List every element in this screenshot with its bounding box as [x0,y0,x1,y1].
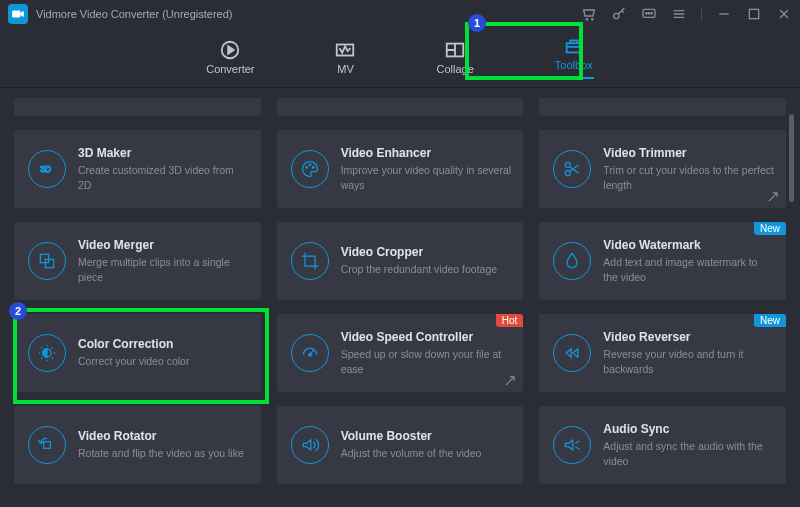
merge-icon [28,242,66,280]
svg-point-15 [309,164,311,166]
svg-text:3D: 3D [40,164,51,174]
svg-point-7 [651,13,652,14]
new-tag: New [754,314,786,327]
svg-point-3 [614,13,619,18]
converter-icon [219,41,241,59]
cart-icon[interactable] [581,6,597,22]
pin-icon [503,374,517,388]
palette-icon [291,150,329,188]
brightness-icon [28,334,66,372]
card-stub[interactable] [539,98,786,116]
card-video-speed[interactable]: Hot Video Speed Controller Speed up or s… [277,314,524,392]
card-title: Video Merger [78,238,249,252]
card-audio-sync[interactable]: Audio Sync Adjust and sync the audio wit… [539,406,786,484]
feedback-icon[interactable] [641,6,657,22]
card-desc: Rotate and flip the video as you like [78,446,249,460]
3d-icon: 3D [28,150,66,188]
card-color-correction[interactable]: Color Correction Correct your video colo… [14,314,261,392]
card-desc: Merge multiple clips into a single piece [78,255,249,283]
svg-rect-23 [44,442,51,449]
main-navbar: Converter MV Collage Toolbox [0,28,800,88]
svg-rect-20 [45,259,53,267]
rewind-icon [553,334,591,372]
card-desc: Reverse your video and turn it backwards [603,347,774,375]
maximize-icon[interactable] [746,6,762,22]
card-title: Volume Booster [341,429,512,443]
card-desc: Correct your video color [78,354,249,368]
hot-tag: Hot [496,314,524,327]
pin-icon [766,190,780,204]
card-title: Video Watermark [603,238,774,252]
active-underline [554,77,594,79]
card-video-trimmer[interactable]: Video Trimmer Trim or cut your videos to… [539,130,786,208]
card-title: Video Rotator [78,429,249,443]
card-volume-booster[interactable]: Volume Booster Adjust the volume of the … [277,406,524,484]
card-desc: Speed up or slow down your file at ease [341,347,512,375]
card-desc: Adjust and sync the audio with the video [603,439,774,467]
card-video-merger[interactable]: Video Merger Merge multiple clips into a… [14,222,261,300]
titlebar: Vidmore Video Converter (Unregistered) [0,0,800,28]
app-title: Vidmore Video Converter (Unregistered) [36,8,232,20]
card-title: Video Speed Controller [341,330,512,344]
svg-point-6 [648,13,649,14]
card-title: Video Trimmer [603,146,774,160]
gauge-icon [291,334,329,372]
mv-icon [334,41,356,59]
card-desc: Add text and image watermark to the vide… [603,255,774,283]
svg-rect-19 [40,254,48,262]
card-desc: Crop the redundant video footage [341,262,512,276]
card-desc: Trim or cut your videos to the perfect l… [603,163,774,191]
scrollbar[interactable] [789,114,794,202]
tab-mv[interactable]: MV [324,37,366,79]
volume-icon [291,426,329,464]
app-logo-icon [8,4,28,24]
svg-rect-0 [12,11,20,18]
tab-label: Toolbox [555,59,593,71]
card-video-enhancer[interactable]: Video Enhancer Improve your video qualit… [277,130,524,208]
card-title: Audio Sync [603,422,774,436]
card-title: Video Reverser [603,330,774,344]
svg-point-16 [312,167,314,169]
menu-icon[interactable] [671,6,687,22]
crop-icon [291,242,329,280]
tab-label: Converter [206,63,254,75]
svg-point-22 [308,353,311,356]
card-video-reverser[interactable]: New Video Reverser Reverse your video an… [539,314,786,392]
card-stub[interactable] [277,98,524,116]
new-tag: New [754,222,786,235]
minimize-icon[interactable] [716,6,732,22]
card-3d-maker[interactable]: 3D 3D Maker Create customized 3D video f… [14,130,261,208]
scissors-icon [553,150,591,188]
annotation-badge-2: 2 [9,302,27,320]
divider [701,7,702,21]
card-title: 3D Maker [78,146,249,160]
card-stub[interactable] [14,98,261,116]
svg-point-5 [646,13,647,14]
audio-sync-icon [553,426,591,464]
card-desc: Create customized 3D video from 2D [78,163,249,191]
card-title: Color Correction [78,337,249,351]
svg-point-1 [586,19,587,20]
rotate-icon [28,426,66,464]
svg-point-14 [305,167,307,169]
close-icon[interactable] [776,6,792,22]
svg-rect-8 [749,9,758,18]
card-desc: Improve your video quality in several wa… [341,163,512,191]
tab-label: MV [337,63,354,75]
card-video-watermark[interactable]: New Video Watermark Add text and image w… [539,222,786,300]
droplet-icon [553,242,591,280]
toolbox-icon [563,37,585,55]
card-video-rotator[interactable]: Video Rotator Rotate and flip the video … [14,406,261,484]
card-title: Video Cropper [341,245,512,259]
toolbox-content: 3D 3D Maker Create customized 3D video f… [0,88,800,507]
svg-point-2 [592,19,593,20]
key-icon[interactable] [611,6,627,22]
tab-collage[interactable]: Collage [426,37,483,79]
card-video-cropper[interactable]: Video Cropper Crop the redundant video f… [277,222,524,300]
tab-converter[interactable]: Converter [196,37,264,79]
tab-toolbox[interactable]: Toolbox [544,33,604,83]
card-title: Video Enhancer [341,146,512,160]
collage-icon [444,41,466,59]
card-desc: Adjust the volume of the video [341,446,512,460]
annotation-badge-1: 1 [468,14,486,32]
